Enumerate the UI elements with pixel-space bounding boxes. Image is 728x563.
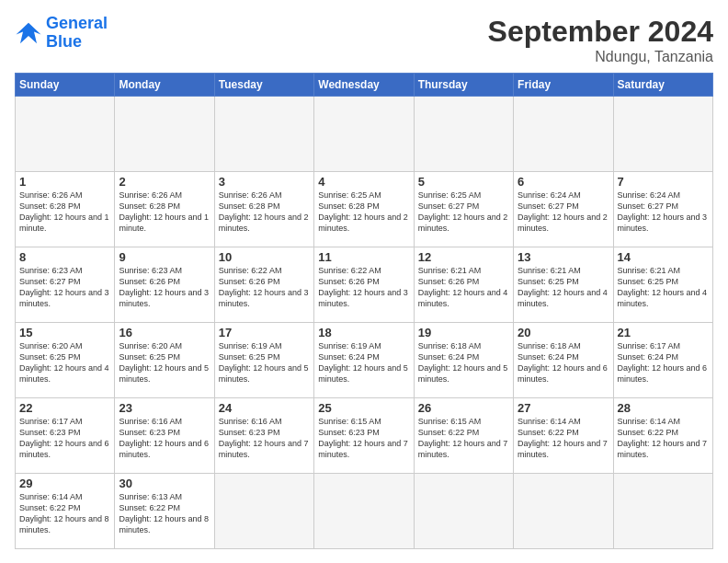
calendar-cell — [314, 474, 414, 549]
day-number: 16 — [119, 326, 210, 339]
svg-marker-0 — [17, 23, 41, 44]
calendar-page: General Blue September 2024 Ndungu, Tanz… — [0, 0, 728, 563]
day-number: 7 — [618, 175, 709, 189]
calendar-cell — [414, 97, 513, 172]
calendar-cell: 22Sunrise: 6:17 AMSunset: 6:23 PMDayligh… — [16, 398, 115, 474]
day-info: Sunrise: 6:14 AMSunset: 6:22 PMDaylight:… — [618, 416, 709, 461]
calendar-cell: 30Sunrise: 6:13 AMSunset: 6:22 PMDayligh… — [115, 474, 214, 549]
page-header: General Blue September 2024 Ndungu, Tanz… — [15, 15, 713, 65]
calendar-cell: 3Sunrise: 6:26 AMSunset: 6:28 PMDaylight… — [214, 172, 313, 247]
day-info: Sunrise: 6:22 AMSunset: 6:26 PMDaylight:… — [318, 265, 409, 310]
day-number: 18 — [318, 326, 409, 339]
calendar-cell: 15Sunrise: 6:20 AMSunset: 6:25 PMDayligh… — [16, 323, 115, 398]
calendar-cell: 25Sunrise: 6:15 AMSunset: 6:23 PMDayligh… — [314, 398, 414, 474]
calendar-cell: 23Sunrise: 6:16 AMSunset: 6:23 PMDayligh… — [115, 398, 214, 474]
day-header-thursday: Thursday — [414, 74, 513, 97]
day-number: 8 — [19, 250, 110, 264]
calendar-cell: 29Sunrise: 6:14 AMSunset: 6:22 PMDayligh… — [16, 474, 115, 549]
day-number: 13 — [518, 250, 609, 264]
calendar-cell: 19Sunrise: 6:18 AMSunset: 6:24 PMDayligh… — [414, 323, 513, 398]
calendar-cell: 1Sunrise: 6:26 AMSunset: 6:28 PMDaylight… — [16, 172, 115, 247]
day-info: Sunrise: 6:15 AMSunset: 6:22 PMDaylight:… — [418, 416, 509, 461]
day-info: Sunrise: 6:26 AMSunset: 6:28 PMDaylight:… — [119, 190, 210, 235]
calendar-cell — [613, 474, 712, 549]
day-header-saturday: Saturday — [613, 74, 712, 97]
calendar-cell: 17Sunrise: 6:19 AMSunset: 6:25 PMDayligh… — [214, 323, 313, 398]
day-number: 6 — [518, 175, 609, 189]
day-header-tuesday: Tuesday — [214, 74, 313, 97]
day-info: Sunrise: 6:26 AMSunset: 6:28 PMDaylight:… — [219, 190, 310, 235]
calendar-cell: 14Sunrise: 6:21 AMSunset: 6:25 PMDayligh… — [613, 247, 712, 323]
day-info: Sunrise: 6:18 AMSunset: 6:24 PMDaylight:… — [518, 340, 609, 385]
logo-text: General Blue — [46, 15, 108, 52]
day-info: Sunrise: 6:17 AMSunset: 6:23 PMDaylight:… — [19, 416, 110, 461]
calendar-cell — [514, 474, 613, 549]
calendar-cell: 13Sunrise: 6:21 AMSunset: 6:25 PMDayligh… — [514, 247, 613, 323]
day-info: Sunrise: 6:15 AMSunset: 6:23 PMDaylight:… — [318, 416, 409, 461]
day-header-sunday: Sunday — [16, 74, 115, 97]
calendar-cell: 26Sunrise: 6:15 AMSunset: 6:22 PMDayligh… — [414, 398, 513, 474]
day-info: Sunrise: 6:16 AMSunset: 6:23 PMDaylight:… — [219, 416, 310, 461]
day-number: 19 — [418, 326, 509, 339]
calendar-cell: 27Sunrise: 6:14 AMSunset: 6:22 PMDayligh… — [514, 398, 613, 474]
day-header-monday: Monday — [115, 74, 214, 97]
calendar-cell — [613, 97, 712, 172]
calendar-cell: 12Sunrise: 6:21 AMSunset: 6:26 PMDayligh… — [414, 247, 513, 323]
day-number: 24 — [219, 401, 310, 415]
calendar-cell: 4Sunrise: 6:25 AMSunset: 6:28 PMDaylight… — [314, 172, 414, 247]
calendar-cell: 21Sunrise: 6:17 AMSunset: 6:24 PMDayligh… — [613, 323, 712, 398]
calendar-cell: 16Sunrise: 6:20 AMSunset: 6:25 PMDayligh… — [115, 323, 214, 398]
day-number: 1 — [19, 175, 110, 189]
day-info: Sunrise: 6:20 AMSunset: 6:25 PMDaylight:… — [19, 340, 110, 385]
calendar-cell — [115, 97, 214, 172]
day-number: 17 — [219, 326, 310, 339]
month-title: September 2024 — [488, 15, 713, 49]
day-number: 5 — [418, 175, 509, 189]
day-info: Sunrise: 6:16 AMSunset: 6:23 PMDaylight:… — [119, 416, 210, 461]
calendar-cell — [214, 97, 313, 172]
day-info: Sunrise: 6:18 AMSunset: 6:24 PMDaylight:… — [418, 340, 509, 385]
location-title: Ndungu, Tanzania — [488, 49, 713, 65]
day-number: 25 — [318, 401, 409, 415]
day-header-friday: Friday — [514, 74, 613, 97]
calendar-cell: 5Sunrise: 6:25 AMSunset: 6:27 PMDaylight… — [414, 172, 513, 247]
day-info: Sunrise: 6:24 AMSunset: 6:27 PMDaylight:… — [618, 190, 709, 235]
day-info: Sunrise: 6:20 AMSunset: 6:25 PMDaylight:… — [119, 340, 210, 385]
calendar-cell: 28Sunrise: 6:14 AMSunset: 6:22 PMDayligh… — [613, 398, 712, 474]
day-info: Sunrise: 6:22 AMSunset: 6:26 PMDaylight:… — [219, 265, 310, 310]
day-number: 15 — [19, 326, 110, 339]
day-number: 10 — [219, 250, 310, 264]
day-number: 20 — [518, 326, 609, 339]
day-number: 12 — [418, 250, 509, 264]
day-info: Sunrise: 6:14 AMSunset: 6:22 PMDaylight:… — [518, 416, 609, 461]
calendar-cell — [514, 97, 613, 172]
calendar-cell: 9Sunrise: 6:23 AMSunset: 6:26 PMDaylight… — [115, 247, 214, 323]
day-info: Sunrise: 6:17 AMSunset: 6:24 PMDaylight:… — [618, 340, 709, 385]
day-info: Sunrise: 6:25 AMSunset: 6:27 PMDaylight:… — [418, 190, 509, 235]
day-info: Sunrise: 6:21 AMSunset: 6:26 PMDaylight:… — [418, 265, 509, 310]
day-info: Sunrise: 6:14 AMSunset: 6:22 PMDaylight:… — [19, 491, 110, 536]
logo: General Blue — [15, 15, 108, 52]
day-info: Sunrise: 6:19 AMSunset: 6:24 PMDaylight:… — [318, 340, 409, 385]
day-number: 21 — [618, 326, 709, 339]
day-number: 9 — [119, 250, 210, 264]
day-info: Sunrise: 6:25 AMSunset: 6:28 PMDaylight:… — [318, 190, 409, 235]
day-number: 26 — [418, 401, 509, 415]
day-number: 27 — [518, 401, 609, 415]
day-info: Sunrise: 6:19 AMSunset: 6:25 PMDaylight:… — [219, 340, 310, 385]
calendar-cell: 11Sunrise: 6:22 AMSunset: 6:26 PMDayligh… — [314, 247, 414, 323]
calendar-cell — [314, 97, 414, 172]
day-info: Sunrise: 6:26 AMSunset: 6:28 PMDaylight:… — [19, 190, 110, 235]
day-info: Sunrise: 6:24 AMSunset: 6:27 PMDaylight:… — [518, 190, 609, 235]
calendar-cell — [16, 97, 115, 172]
title-block: September 2024 Ndungu, Tanzania — [488, 15, 713, 65]
day-header-wednesday: Wednesday — [314, 74, 414, 97]
day-info: Sunrise: 6:21 AMSunset: 6:25 PMDaylight:… — [518, 265, 609, 310]
calendar-cell: 24Sunrise: 6:16 AMSunset: 6:23 PMDayligh… — [214, 398, 313, 474]
calendar-cell — [214, 474, 313, 549]
calendar-cell — [414, 474, 513, 549]
calendar-cell: 6Sunrise: 6:24 AMSunset: 6:27 PMDaylight… — [514, 172, 613, 247]
day-info: Sunrise: 6:23 AMSunset: 6:27 PMDaylight:… — [19, 265, 110, 310]
day-number: 23 — [119, 401, 210, 415]
day-info: Sunrise: 6:13 AMSunset: 6:22 PMDaylight:… — [119, 491, 210, 536]
